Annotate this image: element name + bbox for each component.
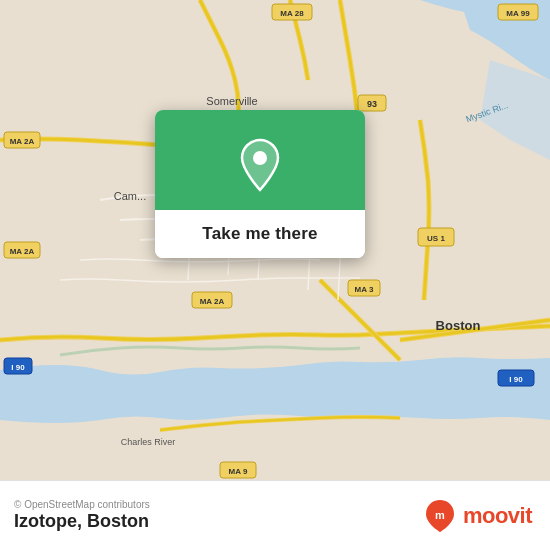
take-me-there-button[interactable]: Take me there (155, 210, 365, 258)
bottom-bar: © OpenStreetMap contributors Izotope, Bo… (0, 480, 550, 550)
svg-text:MA 2A: MA 2A (200, 297, 225, 306)
svg-text:MA 28: MA 28 (280, 9, 304, 18)
svg-text:I 90: I 90 (509, 375, 523, 384)
svg-text:Cam...: Cam... (114, 190, 146, 202)
popup-card: Take me there (155, 110, 365, 258)
city-separator: , (77, 511, 87, 531)
svg-text:Charles River: Charles River (121, 437, 176, 447)
city-text: Boston (87, 511, 149, 531)
location-name: Izotope, Boston (14, 511, 150, 532)
svg-point-28 (253, 151, 267, 165)
copyright-text: © OpenStreetMap contributors (14, 499, 150, 510)
popup-green-area (155, 110, 365, 210)
moovit-icon-svg: m (422, 498, 458, 534)
svg-text:Boston: Boston (436, 318, 481, 333)
svg-text:MA 2A: MA 2A (10, 247, 35, 256)
svg-text:I 90: I 90 (11, 363, 25, 372)
svg-text:MA 99: MA 99 (506, 9, 530, 18)
location-name-text: Izotope (14, 511, 77, 531)
svg-text:US 1: US 1 (427, 234, 445, 243)
svg-text:MA 3: MA 3 (355, 285, 374, 294)
svg-text:m: m (435, 509, 445, 521)
bottom-left: © OpenStreetMap contributors Izotope, Bo… (14, 499, 150, 532)
location-pin-icon (238, 138, 282, 192)
moovit-text: moovit (463, 503, 532, 529)
svg-text:93: 93 (367, 99, 377, 109)
moovit-logo: m moovit (422, 498, 532, 534)
map-container: MA 2A MA 2A MA 28 MA 99 93 US 1 MA 2A MA… (0, 0, 550, 480)
svg-text:MA 9: MA 9 (229, 467, 248, 476)
svg-text:MA 2A: MA 2A (10, 137, 35, 146)
svg-text:Somerville: Somerville (206, 95, 257, 107)
